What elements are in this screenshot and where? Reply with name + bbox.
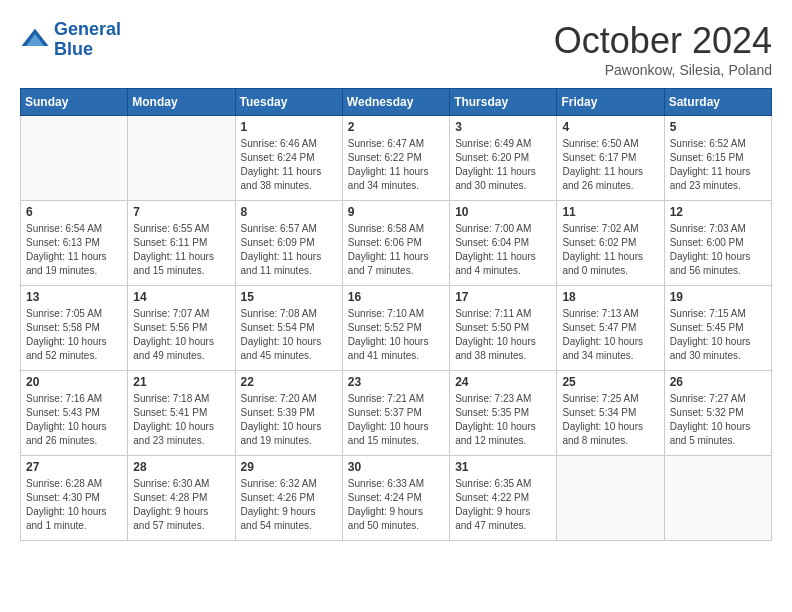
day-number: 8 xyxy=(241,205,337,219)
day-info: Sunrise: 7:03 AM Sunset: 6:00 PM Dayligh… xyxy=(670,222,766,278)
calendar-cell: 9Sunrise: 6:58 AM Sunset: 6:06 PM Daylig… xyxy=(342,201,449,286)
day-number: 6 xyxy=(26,205,122,219)
calendar-cell: 16Sunrise: 7:10 AM Sunset: 5:52 PM Dayli… xyxy=(342,286,449,371)
day-number: 16 xyxy=(348,290,444,304)
day-info: Sunrise: 7:27 AM Sunset: 5:32 PM Dayligh… xyxy=(670,392,766,448)
day-number: 30 xyxy=(348,460,444,474)
day-info: Sunrise: 7:07 AM Sunset: 5:56 PM Dayligh… xyxy=(133,307,229,363)
day-info: Sunrise: 7:08 AM Sunset: 5:54 PM Dayligh… xyxy=(241,307,337,363)
calendar-cell xyxy=(21,116,128,201)
calendar-cell: 7Sunrise: 6:55 AM Sunset: 6:11 PM Daylig… xyxy=(128,201,235,286)
day-number: 18 xyxy=(562,290,658,304)
calendar-cell xyxy=(557,456,664,541)
day-of-week-header: Monday xyxy=(128,89,235,116)
logo-text: General Blue xyxy=(54,20,121,60)
day-number: 22 xyxy=(241,375,337,389)
day-number: 12 xyxy=(670,205,766,219)
day-info: Sunrise: 6:58 AM Sunset: 6:06 PM Dayligh… xyxy=(348,222,444,278)
day-info: Sunrise: 7:21 AM Sunset: 5:37 PM Dayligh… xyxy=(348,392,444,448)
day-info: Sunrise: 7:02 AM Sunset: 6:02 PM Dayligh… xyxy=(562,222,658,278)
day-number: 1 xyxy=(241,120,337,134)
calendar-cell: 8Sunrise: 6:57 AM Sunset: 6:09 PM Daylig… xyxy=(235,201,342,286)
day-number: 2 xyxy=(348,120,444,134)
day-info: Sunrise: 6:55 AM Sunset: 6:11 PM Dayligh… xyxy=(133,222,229,278)
calendar-cell: 31Sunrise: 6:35 AM Sunset: 4:22 PM Dayli… xyxy=(450,456,557,541)
calendar-cell: 30Sunrise: 6:33 AM Sunset: 4:24 PM Dayli… xyxy=(342,456,449,541)
calendar-cell: 29Sunrise: 6:32 AM Sunset: 4:26 PM Dayli… xyxy=(235,456,342,541)
day-number: 11 xyxy=(562,205,658,219)
logo-icon xyxy=(20,25,50,55)
title-block: October 2024 Pawonkow, Silesia, Poland xyxy=(554,20,772,78)
day-info: Sunrise: 7:10 AM Sunset: 5:52 PM Dayligh… xyxy=(348,307,444,363)
calendar-cell: 23Sunrise: 7:21 AM Sunset: 5:37 PM Dayli… xyxy=(342,371,449,456)
calendar-cell: 11Sunrise: 7:02 AM Sunset: 6:02 PM Dayli… xyxy=(557,201,664,286)
day-info: Sunrise: 6:50 AM Sunset: 6:17 PM Dayligh… xyxy=(562,137,658,193)
day-number: 20 xyxy=(26,375,122,389)
day-number: 24 xyxy=(455,375,551,389)
day-number: 15 xyxy=(241,290,337,304)
page-header: General Blue October 2024 Pawonkow, Sile… xyxy=(20,20,772,78)
calendar-cell: 19Sunrise: 7:15 AM Sunset: 5:45 PM Dayli… xyxy=(664,286,771,371)
calendar-cell: 24Sunrise: 7:23 AM Sunset: 5:35 PM Dayli… xyxy=(450,371,557,456)
calendar-cell: 28Sunrise: 6:30 AM Sunset: 4:28 PM Dayli… xyxy=(128,456,235,541)
day-of-week-header: Saturday xyxy=(664,89,771,116)
calendar-cell: 5Sunrise: 6:52 AM Sunset: 6:15 PM Daylig… xyxy=(664,116,771,201)
day-number: 29 xyxy=(241,460,337,474)
day-info: Sunrise: 6:30 AM Sunset: 4:28 PM Dayligh… xyxy=(133,477,229,533)
calendar-table: SundayMondayTuesdayWednesdayThursdayFrid… xyxy=(20,88,772,541)
calendar-cell: 14Sunrise: 7:07 AM Sunset: 5:56 PM Dayli… xyxy=(128,286,235,371)
day-number: 9 xyxy=(348,205,444,219)
day-info: Sunrise: 7:15 AM Sunset: 5:45 PM Dayligh… xyxy=(670,307,766,363)
calendar-cell: 20Sunrise: 7:16 AM Sunset: 5:43 PM Dayli… xyxy=(21,371,128,456)
calendar-header-row: SundayMondayTuesdayWednesdayThursdayFrid… xyxy=(21,89,772,116)
calendar-cell xyxy=(128,116,235,201)
calendar-week-row: 20Sunrise: 7:16 AM Sunset: 5:43 PM Dayli… xyxy=(21,371,772,456)
calendar-cell: 25Sunrise: 7:25 AM Sunset: 5:34 PM Dayli… xyxy=(557,371,664,456)
logo-line2: Blue xyxy=(54,39,93,59)
day-of-week-header: Tuesday xyxy=(235,89,342,116)
calendar-cell: 3Sunrise: 6:49 AM Sunset: 6:20 PM Daylig… xyxy=(450,116,557,201)
day-info: Sunrise: 7:05 AM Sunset: 5:58 PM Dayligh… xyxy=(26,307,122,363)
day-info: Sunrise: 6:35 AM Sunset: 4:22 PM Dayligh… xyxy=(455,477,551,533)
calendar-cell: 17Sunrise: 7:11 AM Sunset: 5:50 PM Dayli… xyxy=(450,286,557,371)
calendar-cell: 22Sunrise: 7:20 AM Sunset: 5:39 PM Dayli… xyxy=(235,371,342,456)
day-number: 13 xyxy=(26,290,122,304)
calendar-cell: 4Sunrise: 6:50 AM Sunset: 6:17 PM Daylig… xyxy=(557,116,664,201)
calendar-cell: 18Sunrise: 7:13 AM Sunset: 5:47 PM Dayli… xyxy=(557,286,664,371)
day-info: Sunrise: 7:25 AM Sunset: 5:34 PM Dayligh… xyxy=(562,392,658,448)
day-info: Sunrise: 6:32 AM Sunset: 4:26 PM Dayligh… xyxy=(241,477,337,533)
day-number: 14 xyxy=(133,290,229,304)
day-number: 25 xyxy=(562,375,658,389)
logo-line1: General xyxy=(54,19,121,39)
day-info: Sunrise: 6:28 AM Sunset: 4:30 PM Dayligh… xyxy=(26,477,122,533)
calendar-week-row: 27Sunrise: 6:28 AM Sunset: 4:30 PM Dayli… xyxy=(21,456,772,541)
day-info: Sunrise: 7:18 AM Sunset: 5:41 PM Dayligh… xyxy=(133,392,229,448)
day-info: Sunrise: 6:57 AM Sunset: 6:09 PM Dayligh… xyxy=(241,222,337,278)
day-number: 10 xyxy=(455,205,551,219)
calendar-week-row: 13Sunrise: 7:05 AM Sunset: 5:58 PM Dayli… xyxy=(21,286,772,371)
calendar-cell: 2Sunrise: 6:47 AM Sunset: 6:22 PM Daylig… xyxy=(342,116,449,201)
day-number: 3 xyxy=(455,120,551,134)
day-number: 27 xyxy=(26,460,122,474)
calendar-cell: 12Sunrise: 7:03 AM Sunset: 6:00 PM Dayli… xyxy=(664,201,771,286)
day-info: Sunrise: 7:00 AM Sunset: 6:04 PM Dayligh… xyxy=(455,222,551,278)
day-info: Sunrise: 7:16 AM Sunset: 5:43 PM Dayligh… xyxy=(26,392,122,448)
calendar-body: 1Sunrise: 6:46 AM Sunset: 6:24 PM Daylig… xyxy=(21,116,772,541)
day-info: Sunrise: 6:54 AM Sunset: 6:13 PM Dayligh… xyxy=(26,222,122,278)
day-number: 4 xyxy=(562,120,658,134)
day-number: 28 xyxy=(133,460,229,474)
day-info: Sunrise: 7:11 AM Sunset: 5:50 PM Dayligh… xyxy=(455,307,551,363)
day-info: Sunrise: 7:13 AM Sunset: 5:47 PM Dayligh… xyxy=(562,307,658,363)
day-number: 31 xyxy=(455,460,551,474)
location: Pawonkow, Silesia, Poland xyxy=(554,62,772,78)
day-info: Sunrise: 6:47 AM Sunset: 6:22 PM Dayligh… xyxy=(348,137,444,193)
calendar-cell: 26Sunrise: 7:27 AM Sunset: 5:32 PM Dayli… xyxy=(664,371,771,456)
calendar-cell: 6Sunrise: 6:54 AM Sunset: 6:13 PM Daylig… xyxy=(21,201,128,286)
logo: General Blue xyxy=(20,20,121,60)
day-number: 7 xyxy=(133,205,229,219)
calendar-cell: 21Sunrise: 7:18 AM Sunset: 5:41 PM Dayli… xyxy=(128,371,235,456)
day-info: Sunrise: 7:23 AM Sunset: 5:35 PM Dayligh… xyxy=(455,392,551,448)
day-number: 21 xyxy=(133,375,229,389)
day-info: Sunrise: 6:46 AM Sunset: 6:24 PM Dayligh… xyxy=(241,137,337,193)
calendar-week-row: 1Sunrise: 6:46 AM Sunset: 6:24 PM Daylig… xyxy=(21,116,772,201)
